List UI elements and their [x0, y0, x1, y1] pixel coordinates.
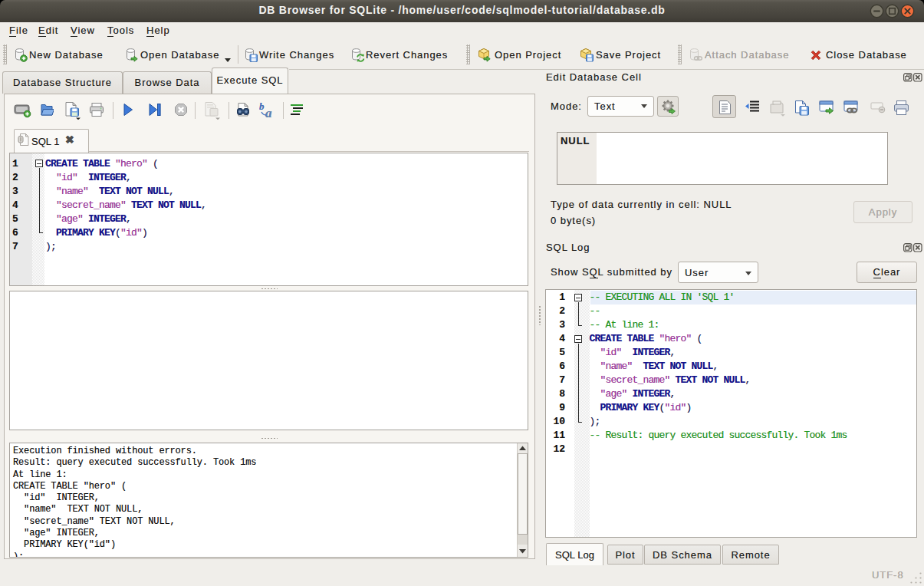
svg-text:b: b [259, 101, 265, 112]
svg-text:a: a [265, 106, 272, 120]
